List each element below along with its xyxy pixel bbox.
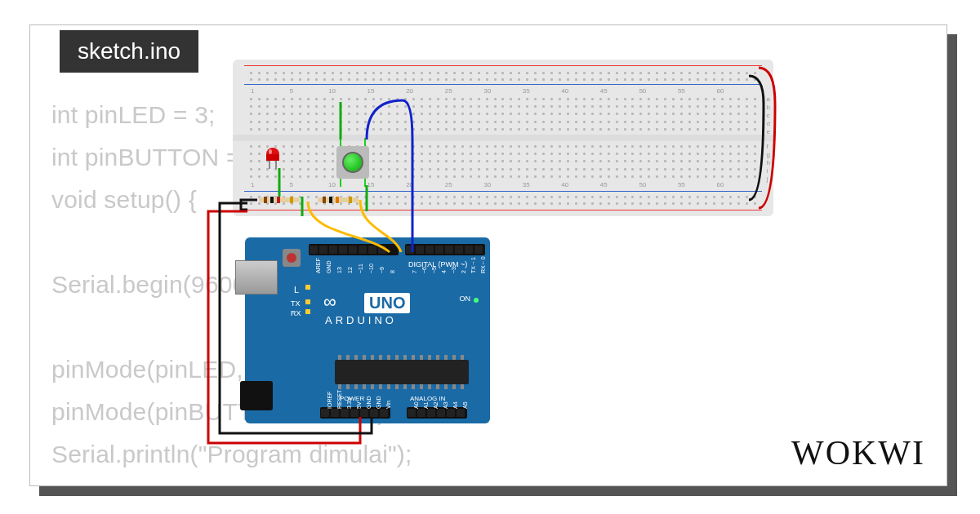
power-rail-top-pos	[244, 65, 762, 66]
analog-pins[interactable]	[407, 407, 467, 419]
bb-col-numbers-top: 151015202530354045505560	[251, 87, 755, 95]
button-cap-icon	[342, 152, 363, 173]
power-rail-bot-pos	[244, 210, 762, 210]
push-button[interactable]	[336, 146, 369, 179]
bb-col-numbers-bot: 151015202530354045505560	[251, 181, 755, 188]
digital-pins-left[interactable]	[309, 244, 399, 255]
wokwi-logo: WOKWI	[791, 433, 925, 472]
bb-holes-bot	[247, 143, 759, 180]
power-pins[interactable]	[320, 407, 390, 419]
svg-rect-4	[275, 161, 277, 169]
svg-rect-3	[269, 161, 270, 169]
bb-center-gap	[233, 135, 773, 141]
rx-led-icon	[305, 309, 310, 314]
svg-point-1	[269, 149, 272, 154]
tx-led-label: TX	[291, 299, 301, 308]
digital-pins-right[interactable]	[405, 244, 485, 255]
arduino-logo-icon: ∞	[323, 291, 336, 312]
atmega-chip-icon	[335, 360, 469, 384]
bb-holes-top	[247, 95, 759, 133]
l-led-label: L	[294, 285, 299, 295]
red-led[interactable]	[265, 148, 281, 164]
digital-label: DIGITAL (PWM ~)	[408, 260, 467, 268]
arduino-brand: ARDUINO	[325, 314, 397, 326]
breadboard[interactable]: 151015202530354045505560 151015202530354…	[233, 60, 773, 216]
bb-row-labels-top: abcde	[767, 95, 770, 136]
board-name: UNO	[364, 293, 410, 313]
usb-port-icon	[235, 260, 278, 295]
resistor-2[interactable]	[318, 197, 359, 202]
power-jack-icon	[240, 381, 273, 410]
file-tab[interactable]: sketch.ino	[60, 30, 198, 73]
rx-led-label: RX	[291, 309, 301, 317]
svg-rect-2	[266, 154, 279, 161]
on-led-label: ON	[460, 295, 471, 303]
resistor-1[interactable]	[259, 197, 300, 202]
on-led-icon	[474, 298, 479, 303]
l-led-icon	[305, 285, 310, 290]
bb-holes-rail-top	[247, 69, 759, 82]
tx-led-icon	[305, 299, 310, 304]
power-rail-top-neg	[244, 84, 762, 85]
arduino-uno[interactable]: DIGITAL (PWM ~) L TX RX ∞ UNO ARDUINO ON…	[245, 237, 490, 423]
bb-row-labels-bot: fghij	[767, 143, 770, 184]
card: sketch.ino int pinLED = 3; int pinBUTTON…	[29, 24, 947, 486]
reset-button[interactable]	[283, 249, 301, 267]
power-rail-bot-neg	[244, 191, 762, 192]
